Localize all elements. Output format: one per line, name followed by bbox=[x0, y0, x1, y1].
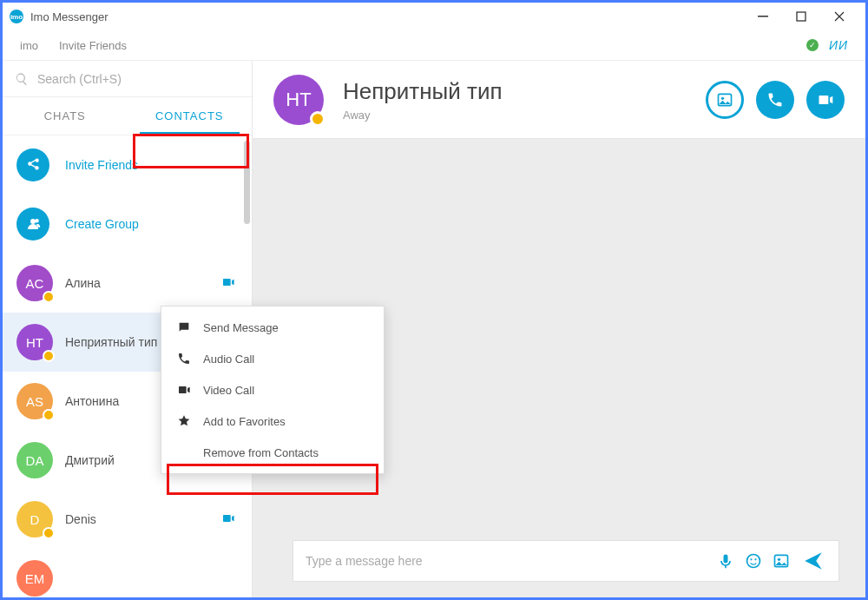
svg-point-6 bbox=[754, 558, 756, 560]
search-input[interactable]: Search (Ctrl+S) bbox=[3, 61, 252, 97]
contact-avatar: EM bbox=[16, 560, 53, 597]
app-window: imo Imo Messenger imo Invite Friends ✓ И… bbox=[0, 0, 868, 600]
invite-friends-row[interactable]: Invite Friends bbox=[3, 135, 252, 195]
close-button[interactable] bbox=[820, 4, 858, 29]
context-menu-item[interactable]: Add to Favorites bbox=[161, 405, 384, 437]
message-input[interactable]: Type a message here bbox=[293, 540, 839, 582]
chat-avatar[interactable]: HT bbox=[273, 75, 324, 125]
search-placeholder: Search (Ctrl+S) bbox=[37, 72, 122, 86]
invite-friends-label: Invite Friends bbox=[65, 158, 138, 172]
video-icon[interactable] bbox=[219, 511, 238, 528]
svg-point-8 bbox=[778, 558, 780, 561]
scrollbar-thumb[interactable] bbox=[244, 141, 250, 224]
maximize-button[interactable] bbox=[782, 4, 820, 29]
context-menu-label: Remove from Contacts bbox=[203, 446, 319, 459]
contact-avatar: HT bbox=[16, 324, 53, 360]
context-menu-label: Send Message bbox=[203, 321, 279, 334]
chat-contact-status: Away bbox=[343, 109, 503, 122]
contact-row[interactable]: EM bbox=[3, 549, 252, 597]
contact-avatar: AS bbox=[16, 383, 53, 419]
context-menu-item[interactable]: Audio Call bbox=[161, 343, 384, 374]
chat-contact-name: Непритный тип bbox=[343, 78, 503, 105]
svg-point-5 bbox=[750, 558, 752, 560]
tab-chats[interactable]: CHATS bbox=[3, 97, 128, 135]
contact-name: Denis bbox=[65, 512, 219, 526]
context-menu-label: Audio Call bbox=[203, 353, 254, 366]
contact-name: Алина bbox=[65, 276, 219, 290]
contact-avatar: DA bbox=[16, 442, 53, 478]
sidebar-tabs: CHATS CONTACTS bbox=[3, 97, 252, 135]
message-placeholder: Type a message here bbox=[306, 554, 707, 568]
user-avatar[interactable]: ИИ bbox=[829, 38, 848, 52]
audio-call-button[interactable] bbox=[756, 81, 794, 119]
context-menu-label: Video Call bbox=[203, 384, 254, 397]
presence-icon bbox=[43, 409, 55, 421]
presence-icon bbox=[43, 350, 55, 362]
presence-icon bbox=[43, 291, 55, 303]
context-menu-item[interactable]: Send Message bbox=[161, 312, 384, 343]
mic-button[interactable] bbox=[717, 552, 734, 570]
status-indicator-icon[interactable]: ✓ bbox=[806, 39, 819, 51]
presence-icon bbox=[43, 527, 55, 539]
presence-away-icon bbox=[310, 111, 326, 127]
tab-contacts[interactable]: CONTACTS bbox=[128, 97, 253, 135]
contact-row[interactable]: DDenis bbox=[3, 490, 252, 549]
video-icon[interactable] bbox=[219, 275, 238, 292]
create-group-row[interactable]: Create Group bbox=[3, 195, 252, 254]
minimize-button[interactable] bbox=[744, 4, 782, 29]
emoji-button[interactable] bbox=[745, 552, 762, 570]
context-menu-item[interactable]: Remove from Contacts bbox=[161, 437, 384, 468]
share-icon bbox=[16, 148, 49, 181]
svg-rect-1 bbox=[797, 12, 806, 21]
body: Search (Ctrl+S) CHATS CONTACTS Invite Fr… bbox=[3, 61, 865, 597]
search-icon bbox=[15, 72, 29, 86]
chat-header: HT Непритный тип Away bbox=[253, 61, 865, 139]
contact-avatar: AC bbox=[16, 265, 53, 301]
context-menu-label: Add to Favorites bbox=[203, 415, 286, 428]
svg-point-4 bbox=[747, 555, 760, 568]
brand-menu[interactable]: imo bbox=[20, 39, 38, 52]
contact-row[interactable]: ACАлина bbox=[3, 254, 252, 313]
window-title: Imo Messenger bbox=[30, 10, 108, 23]
svg-rect-0 bbox=[758, 16, 768, 17]
video-call-button[interactable] bbox=[806, 81, 845, 119]
app-icon: imo bbox=[10, 10, 23, 23]
group-icon bbox=[16, 208, 49, 241]
send-button[interactable] bbox=[800, 550, 826, 572]
context-menu-item[interactable]: Video Call bbox=[161, 374, 384, 405]
context-menu: Send MessageAudio CallVideo CallAdd to F… bbox=[161, 306, 385, 474]
svg-point-3 bbox=[721, 96, 724, 99]
invite-friends-menu[interactable]: Invite Friends bbox=[59, 39, 127, 52]
titlebar: imo Imo Messenger bbox=[3, 3, 865, 30]
menubar: imo Invite Friends ✓ ИИ bbox=[3, 30, 865, 60]
gallery-button[interactable] bbox=[706, 81, 744, 119]
create-group-label: Create Group bbox=[65, 217, 139, 231]
attach-image-button[interactable] bbox=[773, 552, 790, 570]
contact-avatar: D bbox=[16, 501, 53, 537]
